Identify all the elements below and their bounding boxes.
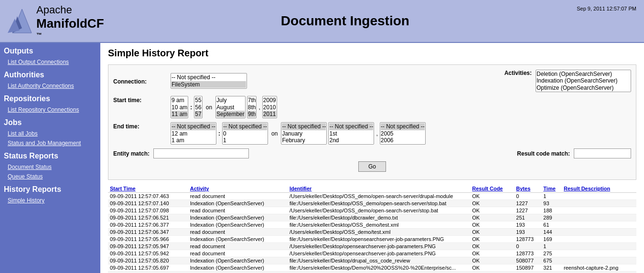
col-start-time[interactable]: Start Time: [108, 185, 188, 193]
colon1: :: [190, 104, 193, 111]
table-cell-time: 144: [541, 229, 562, 236]
table-cell-identifier: file:/Users/ekeller/Desktop/opensearchse…: [288, 236, 470, 243]
start-day-select[interactable]: 7th 8th 9th: [247, 96, 257, 118]
sidebar-section-history-reports: History Reports: [0, 181, 100, 196]
table-cell-time: 1: [541, 243, 562, 250]
table-cell-result-description: reenshot-capture-2.png: [562, 264, 636, 272]
page-main-title: Document Ingestion: [114, 13, 577, 29]
connection-select-area: -- Not specified -- FileSystem: [171, 73, 504, 89]
col-result-code[interactable]: Result Code: [470, 185, 514, 193]
table-cell-identifier: /Users/ekeller/Desktop/OSS_demo/open-sea…: [288, 193, 470, 200]
end-time-row: End time: -- Not specified -- 12 am 1 am…: [113, 122, 631, 145]
sidebar-item-queue-status[interactable]: Queue Status: [0, 172, 100, 181]
table-cell-activity: read document: [188, 207, 288, 214]
col-activity[interactable]: Activity: [188, 185, 288, 193]
table-cell-result-description: [562, 243, 636, 250]
go-button[interactable]: Go: [358, 161, 386, 172]
result-code-match-label: Result code match:: [517, 150, 570, 157]
col-result-description: Result Description: [562, 185, 636, 193]
table-cell-activity: read document: [188, 229, 288, 236]
table-cell-result-code: OK: [470, 264, 514, 272]
comma2: ,: [376, 130, 378, 137]
table-row: 09-09-2011 12:57:07.463read document/Use…: [108, 193, 636, 200]
table-cell-time: 289: [541, 214, 562, 221]
start-hour-select[interactable]: 9 am 10 am 11 am: [171, 96, 188, 118]
activities-select[interactable]: Deletion (OpenSearchServer) Indexation (…: [536, 70, 631, 92]
activity-indexation: Indexation (OpenSearchServer): [537, 77, 630, 84]
header-datetime: Sep 9, 2011 12:57:07 PM: [577, 6, 636, 11]
table-cell-time: 188: [541, 207, 562, 214]
logo-apache: Apache: [36, 4, 104, 16]
table-row: 09-09-2011 12:57:05.966Indexation (OpenS…: [108, 236, 636, 243]
activity-deletion: Deletion (OpenSearchServer): [537, 71, 630, 77]
table-cell-result-code: OK: [470, 221, 514, 229]
sidebar-item-simple-history[interactable]: Simple History: [0, 196, 100, 205]
end-time-label: End time:: [113, 122, 171, 130]
table-cell-bytes: 1227: [514, 207, 541, 214]
sidebar-item-list-all-jobs[interactable]: List all Jobs: [0, 129, 100, 138]
table-row: 09-09-2011 12:57:06.347read document/Use…: [108, 229, 636, 236]
sidebar-item-list-authority-connections[interactable]: List Authority Connections: [0, 81, 100, 91]
table-cell-start-time: 09-09-2011 12:57:05.820: [108, 257, 188, 264]
table-cell-bytes: 193: [514, 229, 541, 236]
go-row: Go: [113, 161, 631, 172]
start-minute-select[interactable]: 55 56 57: [194, 96, 202, 118]
table-row: 09-09-2011 12:57:07.098read document/Use…: [108, 207, 636, 214]
col-bytes[interactable]: Bytes: [514, 185, 541, 193]
table-cell-activity: Indexation (OpenSearchServer): [188, 200, 288, 207]
table-cell-activity: read document: [188, 193, 288, 200]
end-time-selects: -- Not specified -- 12 am 1 am : -- Not …: [171, 122, 426, 145]
table-cell-activity: read document: [188, 250, 288, 257]
col-time[interactable]: Time: [541, 185, 562, 193]
table-cell-time: 61: [541, 221, 562, 229]
table-cell-result-code: OK: [470, 250, 514, 257]
table-cell-bytes: 0: [514, 193, 541, 200]
table-cell-activity: Indexation (OpenSearchServer): [188, 236, 288, 243]
table-cell-result-description: [562, 207, 636, 214]
sidebar-item-list-output-connections[interactable]: List Output Connections: [0, 57, 100, 67]
connection-not-specified: -- Not specified --: [172, 74, 246, 81]
table-cell-identifier: /Users/ekeller/Desktop/opensearchserver-…: [288, 243, 470, 250]
table-header-row: Start Time Activity Identifier Result Co…: [108, 185, 636, 193]
end-minute-select[interactable]: -- Not specified -- 0 1: [222, 122, 268, 145]
table-cell-identifier: /Users/ekeller/Desktop/OSS_demo/test.xml: [288, 229, 470, 236]
table-cell-time: 675: [541, 257, 562, 264]
sidebar-section-jobs: Jobs: [0, 115, 100, 129]
table-cell-activity: Indexation (OpenSearchServer): [188, 264, 288, 272]
sidebar-item-list-repository-connections[interactable]: List Repository Connections: [0, 105, 100, 115]
sidebar: OutputsList Output ConnectionsAuthoritie…: [0, 43, 100, 273]
entity-match-label: Entity match:: [113, 150, 150, 157]
connection-filesystem: FileSystem: [172, 81, 246, 88]
main-content: Simple History Report Connection: -- Not…: [100, 43, 644, 273]
connection-select[interactable]: -- Not specified -- FileSystem: [171, 73, 247, 89]
sidebar-item-document-status[interactable]: Document Status: [0, 162, 100, 172]
result-code-match-input[interactable]: [574, 148, 631, 158]
sidebar-item-status-and-job-management[interactable]: Status and Job Management: [0, 138, 100, 148]
table-cell-bytes: 508077: [514, 257, 541, 264]
colon2: :: [218, 130, 221, 137]
table-cell-identifier: file:/Users/ekeller/Desktop/dbcrawler_de…: [288, 214, 470, 221]
table-cell-start-time: 09-09-2011 12:57:05.697: [108, 264, 188, 272]
table-cell-time: 1: [541, 193, 562, 200]
table-cell-start-time: 09-09-2011 12:57:07.140: [108, 200, 188, 207]
sidebar-section-status-reports: Status Reports: [0, 148, 100, 162]
start-month-select[interactable]: July August September: [215, 96, 246, 118]
table-cell-activity: read document: [188, 243, 288, 250]
table-cell-start-time: 09-09-2011 12:57:06.521: [108, 214, 188, 221]
table-cell-result-description: [562, 214, 636, 221]
end-hour-select[interactable]: -- Not specified -- 12 am 1 am: [171, 122, 216, 145]
end-year-select[interactable]: -- Not specified -- 2005 2006: [380, 122, 426, 145]
end-month-select[interactable]: -- Not specified -- January February: [281, 122, 327, 145]
table-cell-identifier: file:/Users/ekeller/Desktop/OSS_demo/tes…: [288, 221, 470, 229]
layout: OutputsList Output ConnectionsAuthoritie…: [0, 43, 644, 273]
sidebar-section-repositories: Repositories: [0, 91, 100, 105]
table-row: 09-09-2011 12:57:05.697Indexation (OpenS…: [108, 264, 636, 272]
table-cell-time: 93: [541, 200, 562, 207]
table-cell-start-time: 09-09-2011 12:57:06.377: [108, 221, 188, 229]
start-year-select[interactable]: 2009 2010 2011: [262, 96, 277, 118]
table-cell-start-time: 09-09-2011 12:57:06.347: [108, 229, 188, 236]
entity-match-input[interactable]: [153, 148, 249, 158]
col-identifier[interactable]: Identifier: [288, 185, 470, 193]
end-day-select[interactable]: -- Not specified -- 1st 2nd: [328, 122, 374, 145]
on-label-start: on: [204, 104, 214, 111]
